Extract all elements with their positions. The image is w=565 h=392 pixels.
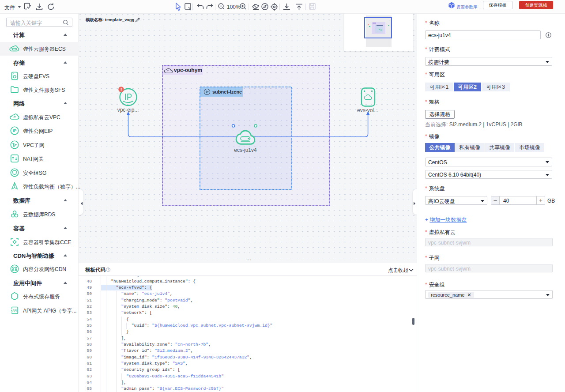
- svg-text:?: ?: [107, 268, 109, 271]
- svg-text:IP: IP: [13, 128, 16, 133]
- svg-text:API: API: [12, 309, 17, 312]
